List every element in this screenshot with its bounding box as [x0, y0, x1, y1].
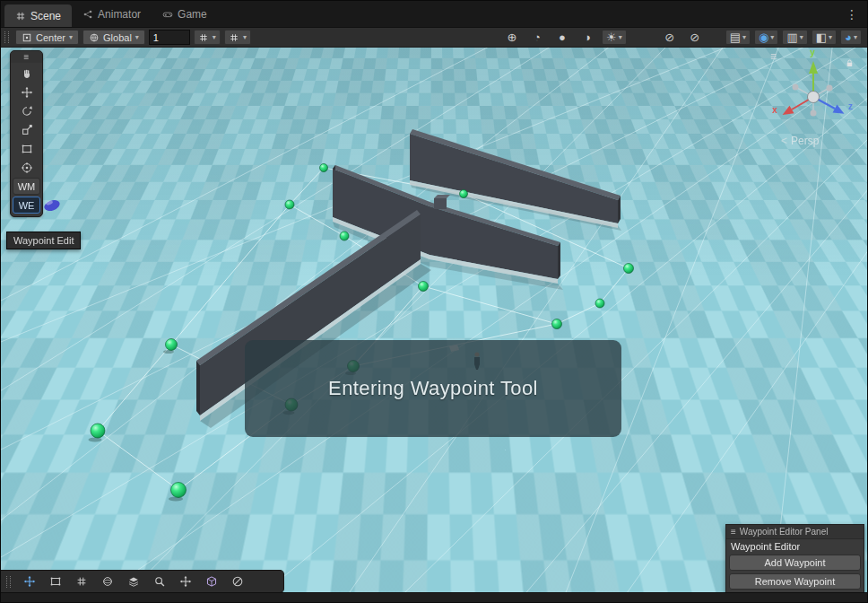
- waypoint-edit-tool-button[interactable]: WE: [13, 197, 40, 214]
- waypoint[interactable]: [166, 339, 178, 351]
- transform-icon: [21, 162, 33, 174]
- chevron-down-icon: ▾: [742, 34, 746, 41]
- scene-3d-content: [1, 48, 868, 594]
- waypoint[interactable]: [285, 200, 294, 209]
- scene-visibility-dropdown-button[interactable]: ◉ ▾: [754, 30, 778, 45]
- layers-icon: [127, 575, 140, 588]
- world-icon: ◕: [845, 31, 852, 44]
- tab-menu-button[interactable]: ⋮: [837, 1, 867, 27]
- waypoint-move-button[interactable]: [20, 572, 39, 590]
- junction-cube[interactable]: [434, 195, 450, 209]
- compass-icon: [231, 575, 244, 588]
- effects-dropdown-button[interactable]: ☀ ▾: [602, 30, 627, 45]
- chevron-down-icon: ▾: [243, 34, 247, 41]
- tab-scene[interactable]: Scene: [4, 4, 72, 27]
- move-icon: [21, 86, 33, 99]
- waypoint[interactable]: [340, 232, 349, 240]
- tab-animator-label: Animator: [98, 8, 141, 21]
- waypoint-editor-title: Waypoint Editor: [726, 539, 864, 555]
- prefab-cube-button[interactable]: [202, 572, 221, 590]
- cube-icon: [205, 575, 218, 588]
- rect-tool-button[interactable]: [13, 140, 40, 157]
- remove-waypoint-button[interactable]: Remove Waypoint: [729, 573, 861, 590]
- orientation-dropdown[interactable]: Global ▾: [82, 30, 145, 45]
- pivot-icon: [22, 32, 32, 43]
- waypoint[interactable]: [171, 483, 187, 498]
- camera-icon: ◧: [816, 31, 827, 44]
- rect-tool-icon: [49, 575, 62, 588]
- snap-value-input[interactable]: [149, 30, 190, 45]
- waypoint-move-tool-button[interactable]: WM: [13, 178, 40, 195]
- tools-overlay-handle[interactable]: ≡: [11, 51, 42, 63]
- tab-bar: Scene Animator Game ⋮: [1, 1, 867, 28]
- waypoint[interactable]: [595, 299, 604, 308]
- mute-gizmos-button[interactable]: ⊘: [659, 30, 681, 46]
- world-gizmos-dropdown-button[interactable]: ◕ ▾: [840, 30, 862, 45]
- orientation-gizmo[interactable]: ≡ x y z <Persp: [765, 49, 865, 152]
- snap-settings-dropdown[interactable]: ▾: [224, 30, 251, 45]
- scale-tool-button[interactable]: [13, 121, 40, 138]
- bottom-toolbar-drag-handle[interactable]: [6, 576, 11, 588]
- waypoint[interactable]: [552, 319, 562, 329]
- grid-toggle-button[interactable]: [72, 572, 91, 590]
- rotate-icon: [21, 105, 33, 118]
- gizmo-x-cone[interactable]: [783, 106, 794, 115]
- move-tool-button[interactable]: [13, 83, 40, 100]
- grid-snap-dropdown[interactable]: ▾: [194, 30, 221, 45]
- gizmo-negative-axis-handle[interactable]: [793, 84, 799, 91]
- effects-icon: ●: [559, 31, 566, 44]
- muted-audio-icon: ⊘: [690, 31, 699, 44]
- view-hand-tool-button[interactable]: [13, 65, 40, 82]
- sphere-view-button[interactable]: [98, 572, 117, 590]
- rect-tool-icon: [21, 143, 33, 155]
- tooltip: Waypoint Edit: [6, 232, 81, 249]
- gizmo-x-label: x: [772, 105, 777, 115]
- compass-button[interactable]: [228, 572, 247, 590]
- audio-toggle-button[interactable]: ◔: [526, 30, 548, 46]
- waypoint-panel-header[interactable]: ≡ Waypoint Editor Panel: [726, 525, 864, 539]
- waypoint[interactable]: [320, 164, 328, 172]
- tab-game[interactable]: Game: [152, 1, 218, 27]
- chevron-down-icon: ▾: [619, 34, 622, 41]
- lighting-icon: ⊕: [508, 31, 517, 44]
- add-waypoint-label: Add Waypoint: [764, 557, 825, 568]
- zoom-button[interactable]: [150, 572, 169, 590]
- layers-icon: ▤: [730, 31, 741, 44]
- waypoint[interactable]: [460, 190, 468, 198]
- gizmo-y-cone[interactable]: [809, 61, 818, 74]
- chevron-left-icon: <: [781, 135, 787, 147]
- orientation-label: Global: [103, 32, 132, 43]
- blue-capsule-prop[interactable]: [43, 198, 62, 213]
- move-icon: [23, 575, 36, 588]
- projection-label[interactable]: <Persp: [781, 135, 819, 147]
- lighting-toggle-button[interactable]: ⊕: [501, 30, 523, 46]
- tab-animator[interactable]: Animator: [72, 1, 152, 27]
- pan-all-button[interactable]: [176, 572, 195, 590]
- waypoint[interactable]: [419, 282, 429, 292]
- rect-snap-button[interactable]: [46, 572, 65, 590]
- toolbar-drag-handle[interactable]: [4, 31, 9, 43]
- pivot-mode-dropdown[interactable]: Center ▾: [15, 30, 79, 45]
- effects-toggle-button[interactable]: ●: [551, 30, 573, 46]
- lock-icon[interactable]: [845, 58, 855, 68]
- scene-viewport[interactable]: Entering Waypoint Tool ≡ WM WE Waypoint …: [1, 48, 868, 594]
- gizmo-negative-axis-handle[interactable]: [811, 110, 817, 117]
- transform-tool-button[interactable]: [13, 159, 40, 176]
- layers-button[interactable]: [124, 572, 143, 590]
- camera-dropdown-button[interactable]: ◧ ▾: [812, 30, 837, 45]
- mute-audio-button[interactable]: ⊘: [684, 30, 706, 46]
- add-waypoint-button[interactable]: Add Waypoint: [729, 555, 861, 571]
- gizmo-center-sphere[interactable]: [808, 92, 820, 103]
- waypoint[interactable]: [91, 424, 105, 438]
- scene-fx-toggle-button[interactable]: ◑: [577, 30, 598, 46]
- chevron-down-icon: ▾: [69, 34, 73, 41]
- gizmo-menu-icon[interactable]: ≡: [770, 50, 777, 63]
- layers-dropdown-button[interactable]: ▤ ▾: [725, 30, 751, 45]
- rotate-tool-button[interactable]: [13, 102, 40, 119]
- gizmo-negative-axis-handle[interactable]: [827, 85, 833, 92]
- overlays-dropdown-button[interactable]: ▥ ▾: [782, 30, 807, 45]
- bottom-tool-overlay: [1, 570, 284, 593]
- gizmo-z-label: z: [848, 101, 853, 111]
- waypoint[interactable]: [624, 264, 634, 274]
- menu-icon: ≡: [24, 52, 30, 62]
